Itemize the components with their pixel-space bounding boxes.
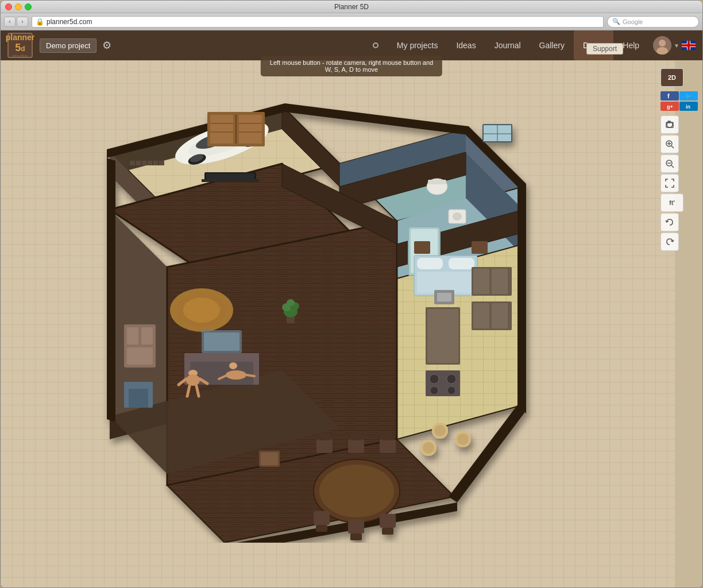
svg-line-160 (671, 146, 674, 148)
svg-text:g+: g+ (667, 104, 673, 110)
project-name[interactable]: Demo project (40, 38, 96, 53)
svg-rect-133 (350, 533, 362, 540)
svg-rect-104 (437, 293, 451, 301)
title-bar: Planner 5D (1, 1, 702, 13)
project-name-area: Demo project ⚙ (40, 37, 114, 54)
avatar-area: ▼ (653, 36, 696, 55)
address-bar: ‹ › 🔒 planner5d.com 🔍 Google (1, 13, 702, 30)
google-plus-button[interactable]: g+ (660, 102, 679, 111)
avatar-caret[interactable]: ▼ (674, 42, 679, 49)
screenshot-button[interactable] (660, 115, 679, 134)
svg-point-109 (447, 386, 455, 394)
svg-point-107 (447, 374, 456, 384)
svg-point-119 (457, 434, 469, 445)
back-button[interactable]: ‹ (4, 17, 16, 27)
close-button[interactable] (5, 3, 12, 10)
url-text: planner5d.com (47, 18, 92, 26)
status-dot (373, 42, 378, 48)
svg-rect-140 (141, 327, 153, 345)
svg-rect-66 (417, 258, 443, 269)
social-buttons-2: g+ in (660, 102, 698, 111)
svg-rect-131 (316, 525, 327, 532)
facebook-button[interactable]: f (660, 91, 679, 100)
maximize-button[interactable] (25, 3, 32, 10)
svg-point-1 (659, 40, 666, 47)
svg-rect-129 (382, 434, 393, 440)
svg-rect-52 (210, 115, 233, 144)
logo-d: d (21, 45, 25, 53)
svg-rect-85 (204, 332, 240, 351)
svg-point-87 (186, 374, 200, 386)
svg-rect-132 (348, 520, 364, 533)
support-button[interactable]: Support (586, 43, 623, 55)
forward-button[interactable]: › (17, 17, 28, 27)
twitter-button[interactable]: 🐦 (679, 91, 698, 100)
logo-sub: studio (13, 54, 28, 58)
avatar[interactable] (653, 36, 671, 55)
svg-rect-127 (350, 434, 362, 440)
svg-rect-83 (253, 353, 259, 385)
svg-rect-7 (682, 44, 696, 47)
browser-nav-buttons: ‹ › (4, 17, 28, 27)
svg-rect-115 (492, 303, 508, 328)
nav-ideas[interactable]: Ideas (447, 30, 485, 60)
svg-rect-111 (473, 269, 489, 294)
search-icon: 🔍 (612, 18, 620, 25)
settings-button[interactable]: ⚙ (100, 37, 114, 54)
minimize-button[interactable] (15, 3, 22, 10)
logo-planner: planner (6, 33, 35, 42)
svg-point-106 (430, 374, 439, 384)
zoom-in-button[interactable] (660, 135, 679, 153)
svg-rect-76 (202, 179, 259, 182)
undo-button[interactable] (660, 213, 679, 231)
logo-area: planner 5 d studio (7, 33, 33, 58)
svg-rect-139 (127, 327, 138, 345)
svg-rect-135 (382, 528, 393, 535)
svg-line-95 (246, 375, 254, 376)
svg-point-93 (226, 370, 246, 380)
svg-point-92 (229, 362, 237, 369)
svg-rect-125 (319, 434, 330, 440)
right-toolbar: 2D f 🐦 g+ in (660, 68, 698, 251)
svg-point-123 (319, 465, 394, 517)
svg-rect-60 (428, 180, 446, 184)
svg-rect-130 (314, 511, 330, 525)
canvas-area[interactable] (1, 60, 675, 587)
url-bar[interactable]: 🔒 planner5d.com (32, 16, 604, 28)
tooltip-line1: Left mouse button - rotate camera, right… (270, 59, 433, 66)
tooltip-line2: W, S, A, D to move (270, 66, 433, 73)
nav-gallery[interactable]: Gallery (530, 30, 574, 60)
svg-point-62 (453, 212, 462, 220)
svg-text:🐦: 🐦 (685, 93, 692, 100)
floor-plan (35, 72, 581, 543)
tooltip-bar: Left mouse button - rotate camera, right… (261, 56, 442, 76)
search-placeholder: Google (623, 18, 643, 25)
search-bar[interactable]: 🔍 Google (607, 16, 699, 28)
svg-rect-145 (148, 382, 153, 408)
linkedin-button[interactable]: in (679, 102, 698, 111)
svg-point-100 (287, 299, 295, 306)
svg-marker-39 (285, 103, 469, 135)
logo-5: 5 (15, 42, 21, 54)
svg-point-121 (423, 442, 434, 454)
svg-rect-134 (380, 514, 396, 528)
svg-marker-43 (107, 158, 115, 422)
fullscreen-button[interactable] (660, 174, 679, 192)
svg-line-164 (671, 165, 674, 168)
svg-rect-137 (261, 452, 278, 465)
svg-text:f: f (667, 92, 670, 99)
units-button[interactable]: ft' (660, 194, 683, 212)
2d-button[interactable]: 2D (660, 68, 683, 87)
svg-rect-141 (127, 347, 153, 365)
svg-rect-75 (206, 173, 254, 179)
nav-journal[interactable]: Journal (485, 30, 530, 60)
svg-rect-102 (427, 309, 458, 363)
svg-point-117 (434, 425, 446, 436)
zoom-out-button[interactable] (660, 154, 679, 173)
language-flag[interactable] (682, 41, 696, 50)
social-buttons: f 🐦 (660, 91, 698, 100)
window-chrome: Planner 5D ‹ › 🔒 planner5d.com 🔍 Google … (0, 0, 703, 588)
redo-button[interactable] (660, 233, 679, 251)
window-title: Planner 5D (334, 3, 369, 11)
svg-rect-124 (316, 439, 333, 453)
